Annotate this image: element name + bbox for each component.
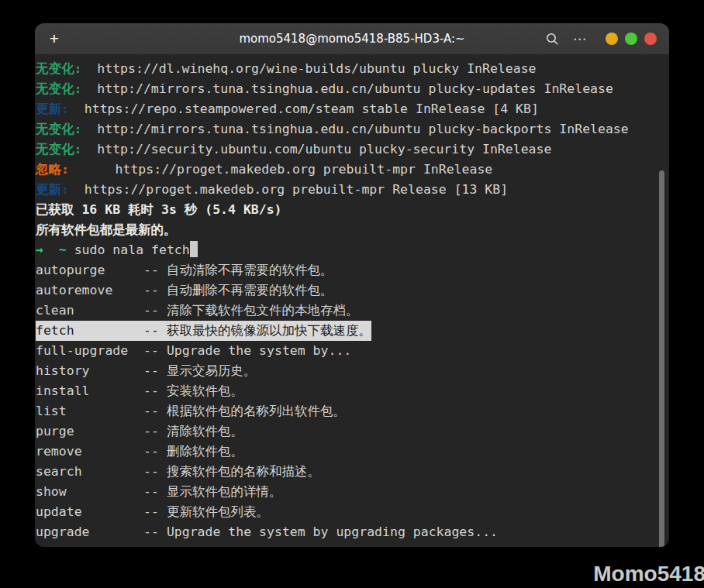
completion-command-name: autoremove: [36, 280, 143, 301]
completion-description: 清除下载软件包文件的本地存档。: [167, 303, 359, 318]
completion-command-name: remove: [36, 442, 143, 462]
window-buttons: [606, 33, 657, 45]
apt-line-label: 更新:: [36, 101, 69, 116]
new-tab-button[interactable]: +: [44, 29, 64, 49]
apt-output-line: 无变化: http://mirrors.tuna.tsinghua.edu.cn…: [36, 119, 669, 139]
completion-command-name: search: [36, 462, 143, 482]
completion-separator: --: [143, 524, 167, 539]
completion-separator: --: [143, 383, 167, 398]
completion-command-name: autopurge: [36, 260, 143, 280]
apt-line-url: http://mirrors.tuna.tsinghua.edu.cn/ubun…: [81, 122, 628, 136]
apt-output-line: 无变化: http://security.ubuntu.com/ubuntu p…: [36, 139, 669, 160]
minimize-button[interactable]: [606, 33, 618, 45]
apt-line-label: 无变化:: [36, 61, 81, 76]
apt-line-url: https://repo.steampowered.com/steam stab…: [69, 101, 539, 116]
completion-command-name: update: [36, 502, 143, 522]
completion-separator: --: [143, 504, 167, 519]
completion-description: Upgrade the system by upgrading packages…: [167, 524, 498, 539]
completion-description: 显示软件包的详情。: [167, 484, 282, 499]
terminal-window: + momo5418@momo5418-B85-HD3-A:~ ⋯: [35, 23, 669, 547]
completion-row[interactable]: history-- 显示交易历史。: [36, 361, 669, 381]
apt-line-url: https://proget.makedeb.org prebuilt-mpr …: [69, 182, 508, 197]
completion-separator: --: [143, 343, 167, 358]
completion-separator: --: [143, 444, 167, 459]
prompt-command: sudo nala fetch: [67, 242, 190, 257]
completion-row[interactable]: purge-- 清除软件包。: [36, 421, 669, 442]
titlebar: + momo5418@momo5418-B85-HD3-A:~ ⋯: [35, 23, 669, 54]
completion-description: 搜索软件包的名称和描述。: [167, 464, 320, 479]
apt-line-label: 忽略:: [36, 162, 69, 177]
prompt-line: → ~ sudo nala fetch: [36, 240, 669, 260]
apt-output-line: 更新: https://repo.steampowered.com/steam …: [36, 99, 669, 119]
completion-row-content: fetch-- 获取最快的镜像源以加快下载速度。: [36, 321, 371, 341]
completion-row[interactable]: upgrade-- Upgrade the system by upgradin…: [36, 522, 669, 542]
completion-command-name: clean: [36, 301, 143, 321]
completion-row[interactable]: autopurge-- 自动清除不再需要的软件包。: [36, 260, 669, 280]
apt-line-label: 无变化:: [36, 122, 81, 136]
completion-description: 自动删除不再需要的软件包。: [167, 283, 333, 297]
menu-icon[interactable]: ⋯: [571, 30, 588, 47]
completion-separator: --: [143, 404, 167, 418]
text-cursor: [190, 241, 198, 257]
completion-separator: --: [143, 303, 167, 318]
apt-line-label: 更新:: [36, 182, 69, 197]
completion-command-name: full-upgrade: [36, 341, 143, 361]
apt-line-url: http://mirrors.tuna.tsinghua.edu.cn/ubun…: [81, 81, 613, 96]
completion-command-name: history: [36, 361, 143, 381]
completion-row-content: upgrade-- Upgrade the system by upgradin…: [36, 522, 498, 542]
apt-output-line: 忽略: https://proget.makedeb.org prebuilt-…: [36, 160, 669, 180]
completion-row-content: history-- 显示交易历史。: [36, 361, 256, 381]
completion-row-content: autopurge-- 自动清除不再需要的软件包。: [36, 260, 333, 280]
completion-command-name: show: [36, 482, 143, 502]
completion-row-content: install-- 安装软件包。: [36, 381, 243, 401]
completion-separator: --: [143, 484, 167, 499]
completion-description: 自动清除不再需要的软件包。: [167, 263, 333, 277]
search-icon[interactable]: [544, 30, 561, 47]
apt-line-url: https://dl.winehq.org/wine-builds/ubuntu…: [81, 61, 536, 76]
completion-description: 删除软件包。: [167, 444, 243, 459]
status-line: 所有软件包都是最新的。: [36, 220, 669, 240]
completion-row-content: show-- 显示软件包的详情。: [36, 482, 281, 502]
completion-description: 根据软件包的名称列出软件包。: [167, 404, 346, 418]
completion-row[interactable]: full-upgrade-- Upgrade the system by...: [36, 341, 669, 361]
maximize-button[interactable]: [625, 33, 637, 45]
completion-row-content: search-- 搜索软件包的名称和描述。: [36, 462, 320, 482]
apt-line-label: 无变化:: [36, 142, 81, 156]
completion-row[interactable]: fetch-- 获取最快的镜像源以加快下载速度。: [36, 321, 669, 341]
completion-row-content: autoremove-- 自动删除不再需要的软件包。: [36, 280, 333, 301]
close-button[interactable]: [644, 33, 657, 45]
completion-command-name: upgrade: [36, 522, 143, 542]
completion-row[interactable]: search-- 搜索软件包的名称和描述。: [36, 462, 669, 482]
scrollbar-thumb[interactable]: [659, 170, 664, 547]
apt-output-line: 更新: https://proget.makedeb.org prebuilt-…: [36, 180, 669, 200]
apt-line-url: http://security.ubuntu.com/ubuntu plucky…: [81, 142, 551, 156]
completion-description: 清除软件包。: [167, 424, 243, 438]
completion-row-content: clean-- 清除下载软件包文件的本地存档。: [36, 301, 358, 321]
completion-description: 获取最快的镜像源以加快下载速度。: [167, 323, 371, 338]
prompt-arrow-icon: →: [36, 242, 43, 257]
apt-line-url: https://proget.makedeb.org prebuilt-mpr …: [69, 162, 492, 177]
completion-description: Upgrade the system by...: [167, 343, 351, 358]
completion-row[interactable]: update-- 更新软件包列表。: [36, 502, 669, 522]
completion-row[interactable]: clean-- 清除下载软件包文件的本地存档。: [36, 301, 669, 321]
completion-row[interactable]: autoremove-- 自动删除不再需要的软件包。: [36, 280, 669, 301]
apt-output-line: 无变化: https://dl.winehq.org/wine-builds/u…: [36, 59, 669, 79]
completion-row[interactable]: list-- 根据软件包的名称列出软件包。: [36, 401, 669, 421]
completion-command-name: purge: [36, 421, 143, 442]
completion-separator: --: [143, 464, 167, 479]
completion-command-name: list: [36, 401, 143, 421]
completion-description: 安装软件包。: [167, 383, 243, 398]
status-line: 已获取 16 KB 耗时 3s 秒 (5.4 KB/s): [36, 200, 669, 220]
completion-row[interactable]: show-- 显示软件包的详情。: [36, 482, 669, 502]
completion-command-name: fetch: [36, 321, 143, 341]
screenshot-stage: + momo5418@momo5418-B85-HD3-A:~ ⋯: [0, 0, 704, 588]
completion-row-content: remove-- 删除软件包。: [36, 442, 243, 462]
completion-row-content: update-- 更新软件包列表。: [36, 502, 269, 522]
completion-row-content: full-upgrade-- Upgrade the system by...: [36, 341, 351, 361]
completion-separator: --: [143, 283, 167, 297]
terminal-output-area[interactable]: 无变化: https://dl.winehq.org/wine-builds/u…: [35, 54, 669, 547]
completion-description: 显示交易历史。: [167, 363, 257, 378]
apt-line-label: 无变化:: [36, 81, 81, 96]
completion-row[interactable]: install-- 安装软件包。: [36, 381, 669, 401]
completion-row[interactable]: remove-- 删除软件包。: [36, 442, 669, 462]
